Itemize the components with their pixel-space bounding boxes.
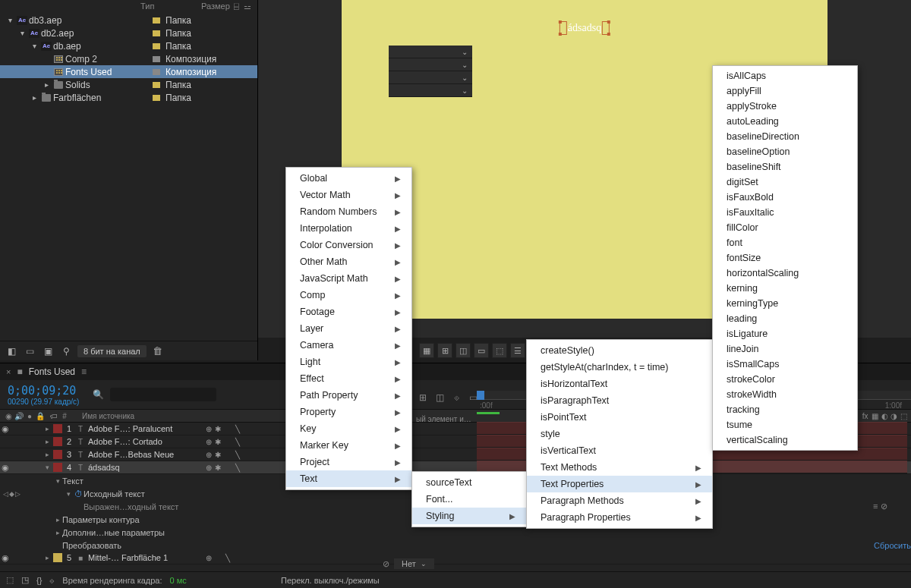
- menu-item[interactable]: Comp▶: [286, 287, 411, 303]
- label-chip[interactable]: [53, 424, 62, 433]
- switch[interactable]: ✱: [214, 424, 223, 434]
- menu-item[interactable]: Effect▶: [286, 370, 411, 387]
- timeline-tab[interactable]: Fonts Used: [29, 366, 75, 377]
- switch[interactable]: ⊕: [204, 424, 213, 434]
- menu-item[interactable]: isPointText: [527, 409, 712, 426]
- menu-item[interactable]: fontSize: [713, 250, 857, 266]
- text-submenu[interactable]: sourceTextFont...Styling▶: [411, 471, 527, 527]
- switch[interactable]: ✱: [214, 437, 223, 447]
- layer-name[interactable]: Adobe F…: Cortado: [87, 437, 204, 446]
- menu-item[interactable]: JavaScript Math▶: [286, 270, 411, 287]
- menu-item[interactable]: Light▶: [286, 354, 411, 370]
- menu-item[interactable]: leading: [713, 311, 857, 326]
- label-chip[interactable]: [53, 450, 62, 459]
- menu-item[interactable]: Key▶: [286, 420, 411, 437]
- menu-item[interactable]: Interpolation▶: [286, 220, 411, 237]
- menu-item[interactable]: baselineShift: [713, 159, 857, 175]
- view-flow-icon[interactable]: ⚍: [244, 2, 251, 11]
- expand-toggle[interactable]: ▸: [29, 93, 39, 102]
- item-name[interactable]: Farbflächen: [53, 93, 150, 103]
- settings-icon[interactable]: ⚲: [59, 344, 73, 358]
- menu-item[interactable]: Project▶: [286, 454, 411, 470]
- menu-item[interactable]: Font...: [412, 491, 526, 508]
- layer-name[interactable]: ádsadsq: [87, 463, 204, 472]
- menu-item[interactable]: digitSet: [713, 175, 857, 190]
- switch[interactable]: ⊕: [204, 437, 213, 447]
- property-row[interactable]: ПреобразоватьСбросить: [0, 539, 911, 552]
- expand-toggle[interactable]: ▸: [43, 438, 52, 445]
- menu-item[interactable]: autoLeading: [713, 114, 857, 129]
- expand-toggle[interactable]: ▸: [53, 516, 62, 524]
- menu-item[interactable]: baselineDirection: [713, 129, 857, 144]
- mode-dropdown[interactable]: ⌄: [389, 71, 472, 84]
- switch[interactable]: ╲: [233, 424, 242, 434]
- menu-item[interactable]: Text Methods▶: [527, 459, 712, 476]
- expand-toggle[interactable]: ▸: [43, 425, 52, 432]
- menu-item[interactable]: Layer▶: [286, 320, 411, 337]
- guides-icon[interactable]: ⊞: [437, 343, 452, 358]
- property-name[interactable]: Дополни…ные параметры: [62, 528, 911, 537]
- menu-item[interactable]: Other Math▶: [286, 253, 411, 270]
- expand-toggle[interactable]: ▾: [64, 490, 73, 498]
- expand-toggle[interactable]: ▸: [53, 529, 62, 536]
- item-name[interactable]: Solids: [65, 80, 150, 90]
- label-column-icon[interactable]: 🏷: [49, 412, 59, 420]
- expand-toggle[interactable]: ▸: [43, 451, 52, 458]
- project-item[interactable]: ▸SolidsПапка: [0, 78, 257, 91]
- mode-dropdown[interactable]: ⌄: [389, 84, 472, 97]
- menu-item[interactable]: isLigature: [713, 326, 857, 341]
- menu-item[interactable]: isSmallCaps: [713, 357, 857, 372]
- menu-item[interactable]: Vector Math▶: [286, 187, 411, 203]
- search-input[interactable]: [110, 388, 216, 401]
- selection-handle-right[interactable]: [602, 21, 610, 35]
- bpc-button[interactable]: 8 бит на канал: [77, 345, 147, 357]
- mode-dropdown[interactable]: ⌄: [389, 46, 472, 58]
- mask-icon[interactable]: ◫: [456, 343, 471, 358]
- playhead[interactable]: [477, 391, 484, 400]
- menu-item[interactable]: Styling▶: [412, 508, 526, 524]
- link-icon[interactable]: ⊘: [383, 559, 389, 569]
- menu-item[interactable]: Color Conversion▶: [286, 237, 411, 253]
- menu-item[interactable]: lineJoin: [713, 341, 857, 357]
- menu-item[interactable]: Paragraph Properties▶: [527, 509, 712, 526]
- switch[interactable]: ⊕: [204, 553, 213, 563]
- visibility-toggle[interactable]: ◉: [0, 463, 11, 473]
- visibility-toggle[interactable]: ◉: [0, 424, 11, 434]
- blend-mode-dropdown[interactable]: Нет⌄: [394, 558, 434, 569]
- expand-toggle[interactable]: ▾: [17, 29, 27, 37]
- menu-item[interactable]: isParagraphText: [527, 392, 712, 409]
- layer-name[interactable]: Adobe F…: Paralucent: [87, 424, 204, 433]
- styling-submenu[interactable]: createStyle()getStyleAt(charIndex, t = t…: [526, 339, 713, 529]
- current-timecode[interactable]: 0;00;09;20: [8, 384, 79, 398]
- expand-toggle[interactable]: ▾: [53, 477, 62, 485]
- item-name[interactable]: db3.aep: [29, 15, 150, 26]
- footer-icon[interactable]: ⬚: [6, 575, 14, 585]
- menu-item[interactable]: style: [527, 426, 712, 442]
- item-name[interactable]: Comp 2: [65, 54, 150, 64]
- project-item[interactable]: ▾Aedb3.aepПапка: [0, 14, 257, 27]
- panel-menu-icon[interactable]: ≡: [81, 366, 87, 377]
- menu-item[interactable]: kerning: [713, 281, 857, 296]
- fx-icon[interactable]: fx: [861, 412, 869, 420]
- menu-item[interactable]: strokeColor: [713, 372, 857, 387]
- timeline-search[interactable]: 🔍: [93, 388, 216, 401]
- footer-icon[interactable]: {}: [36, 576, 42, 585]
- 3d-layer-icon[interactable]: ⬚: [900, 412, 908, 420]
- expression-category-menu[interactable]: Global▶Vector Math▶Random Numbers▶Interp…: [285, 167, 412, 490]
- label-chip[interactable]: [53, 437, 62, 446]
- more-icon[interactable]: ☰: [510, 343, 525, 358]
- footer-icon[interactable]: ⟐: [49, 576, 55, 585]
- switch[interactable]: ✱: [214, 463, 223, 473]
- menu-item[interactable]: kerningType: [713, 296, 857, 311]
- 3d-icon[interactable]: ⬚: [492, 343, 507, 358]
- menu-item[interactable]: getStyleAt(charIndex, t = time): [527, 359, 712, 376]
- menu-item[interactable]: Footage▶: [286, 303, 411, 320]
- menu-item[interactable]: Marker Key▶: [286, 437, 411, 454]
- trash-icon[interactable]: 🗑: [151, 344, 165, 358]
- menu-item[interactable]: tracking: [713, 402, 857, 417]
- project-item[interactable]: ▾Aedb.aepПапка: [0, 39, 257, 52]
- property-row[interactable]: ▸Дополни…ные параметры: [0, 526, 911, 539]
- motion-blur-icon[interactable]: ◐: [881, 412, 889, 420]
- mode-dropdown[interactable]: ⌄: [389, 58, 472, 71]
- switch[interactable]: ╲: [233, 463, 242, 473]
